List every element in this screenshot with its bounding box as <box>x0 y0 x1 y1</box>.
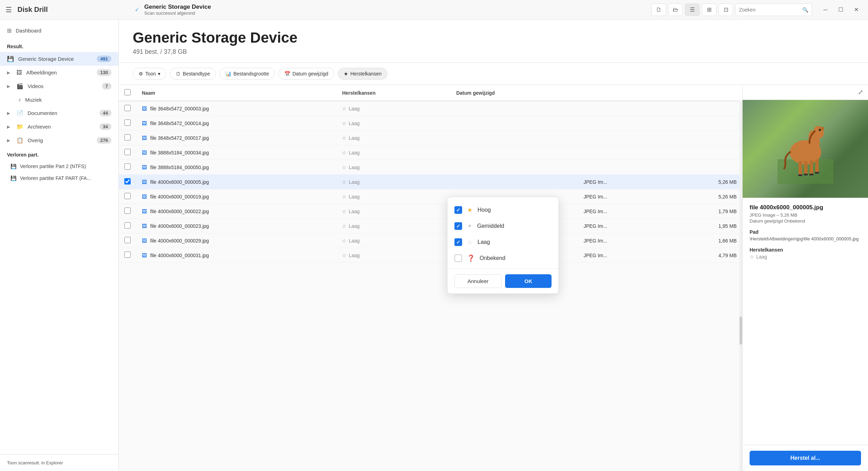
preview-info: file 4000x6000_000005.jpg JPEG Image – 5… <box>743 198 868 266</box>
file-icon: 🖼 <box>142 135 147 141</box>
row-checkbox[interactable] <box>124 149 131 155</box>
file-icon: 🖼 <box>142 121 147 126</box>
sidebar-item-part-fat[interactable]: 💾 Verloren partitie FAT PART (FA... <box>0 172 118 184</box>
dropdown-item-gemiddeld[interactable]: ✓ ✦ Gemiddeld <box>447 218 559 234</box>
file-view-btn[interactable]: 🗋 <box>651 3 666 16</box>
row-checkbox[interactable] <box>124 164 131 170</box>
datum-filter-btn[interactable]: 📅 Datum gewijzigd <box>278 68 334 80</box>
svg-rect-9 <box>815 159 819 173</box>
bestandsgrootte-filter-btn[interactable]: 📊 Bestandsgrootte <box>219 68 275 80</box>
file-icon: 🖼 <box>142 106 147 111</box>
hamburger-icon[interactable]: ☰ <box>6 6 12 14</box>
app-title: Disk Drill <box>17 6 48 14</box>
bestandtype-icon: 🗋 <box>176 71 181 77</box>
sidebar-item-afbeeldingen[interactable]: ▶ 🖼 Afbeeldingen 130 <box>0 66 118 79</box>
preview-footer: Herstel al... <box>743 445 868 471</box>
expand-arrow-archieven[interactable]: ▶ <box>7 124 10 129</box>
sidebar-item-part2-ntfs[interactable]: 💾 Verloren partitie Part 2 (NTFS) <box>0 160 118 172</box>
table-row[interactable]: 🖼file 3888x5184_000050.jpg ☆Laag <box>119 160 742 175</box>
grid-view-btn[interactable]: ⊞ <box>702 3 716 16</box>
herstelkansen-dropdown: ✓ ★ Hoog ✓ ✦ Gemiddeld <box>447 197 559 294</box>
table-row[interactable]: 🖼file 4000x6000_000023.jpg ☆Laag JPEG Im… <box>119 219 742 233</box>
minimize-btn[interactable]: ─ <box>819 5 832 15</box>
star-icon: ☆ <box>342 135 347 141</box>
row-checkbox[interactable] <box>124 105 131 111</box>
sidebar-item-documenten[interactable]: ▶ 📄 Documenten 44 <box>0 106 118 120</box>
table-row[interactable]: 🖼file 3888x5184_000034.jpg ☆Laag <box>119 145 742 160</box>
filter-bar: ⚙ Toon ▾ 🗋 Bestandtype 📊 Bestandsgrootte… <box>119 63 868 85</box>
table-row[interactable]: 🖼file 3648x5472_000014.jpg ☆Laag <box>119 116 742 131</box>
table-row-selected[interactable]: 🖼file 4000x6000_000005.jpg ☆Laag JPEG Im… <box>119 175 742 189</box>
checkbox-hoog[interactable]: ✓ <box>454 206 462 214</box>
bestandtype-filter-btn[interactable]: 🗋 Bestandtype <box>170 68 216 80</box>
expand-arrow-documenten[interactable]: ▶ <box>7 111 10 116</box>
table-row[interactable]: 🖼file 4000x6000_000019.jpg ☆Laag JPEG Im… <box>119 189 742 204</box>
table-row[interactable]: 🖼file 4000x6000_000022.jpg ☆Laag JPEG Im… <box>119 204 742 219</box>
table-row[interactable]: 🖼file 3648x5472_000003.jpg ☆Laag <box>119 101 742 116</box>
maximize-btn[interactable]: ☐ <box>834 5 847 15</box>
search-box: 🔍 <box>735 3 812 16</box>
dropdown-item-onbekend[interactable]: ❓ Onbekend <box>447 250 559 266</box>
sidebar-item-archieven[interactable]: ▶ 📁 Archieven 34 <box>0 120 118 133</box>
svg-rect-12 <box>809 174 814 175</box>
sidebar-label-videos: Videos <box>28 83 98 89</box>
table-header: Naam Herstelkansen Datum gewijzigd <box>119 85 742 101</box>
table-row[interactable]: 🖼file 4000x6000_000031.jpg ☆Laag JPEG Im… <box>119 248 742 263</box>
dropdown-item-hoog[interactable]: ✓ ★ Hoog <box>447 202 559 218</box>
file-icon: 🖼 <box>142 150 147 155</box>
row-checkbox[interactable] <box>124 178 131 184</box>
row-checkbox[interactable] <box>124 208 131 214</box>
expand-arrow-videos[interactable]: ▶ <box>7 84 10 89</box>
row-checkbox[interactable] <box>124 193 131 199</box>
overig-icon: 📋 <box>16 137 23 144</box>
checkbox-onbekend[interactable] <box>454 254 462 262</box>
sidebar-count-storage: 491 <box>97 56 111 62</box>
datum-icon: 📅 <box>284 71 290 77</box>
titlebar-controls: ─ ☐ ✕ <box>819 5 862 15</box>
dropdown-item-laag[interactable]: ✓ ☆ Laag <box>447 234 559 250</box>
table-row[interactable]: 🖼file 3648x5472_000017.jpg ☆Laag <box>119 131 742 145</box>
sidebar-footer[interactable]: Toon scanresult. in Explorer <box>0 454 118 471</box>
toon-filter-btn[interactable]: ⚙ Toon ▾ <box>133 68 166 80</box>
expand-arrow-afbeeldingen[interactable]: ▶ <box>7 70 10 75</box>
sidebar-item-muziek[interactable]: ♪ Muziek <box>0 93 118 106</box>
sidebar-item-videos[interactable]: ▶ 🎬 Videos 7 <box>0 79 118 93</box>
sidebar-label-overig: Overig <box>28 137 93 143</box>
scrollbar-thumb[interactable] <box>739 317 742 345</box>
star-icon: ☆ <box>342 253 347 258</box>
sidebar: ⊞ Dashboard Result. 💾 Generic Storage De… <box>0 20 119 471</box>
row-checkbox[interactable] <box>124 119 131 126</box>
sidebar-item-generic-storage[interactable]: 💾 Generic Storage Device 491 <box>0 52 118 66</box>
folder-view-btn[interactable]: 🗁 <box>668 3 683 16</box>
preview-expand-btn[interactable]: ⤢ <box>858 88 863 96</box>
list-view-btn[interactable]: ☰ <box>685 3 700 16</box>
split-view-btn[interactable]: ⊡ <box>719 3 733 16</box>
files-table: Naam Herstelkansen Datum gewijzigd 🖼file… <box>119 85 742 263</box>
checkbox-gemiddeld[interactable]: ✓ <box>454 222 462 230</box>
main-layout: ⊞ Dashboard Result. 💾 Generic Storage De… <box>0 20 868 471</box>
table-row[interactable]: 🖼file 4000x6000_000029.jpg ☆Laag JPEG Im… <box>119 233 742 248</box>
recover-all-btn[interactable]: Herstel al... <box>750 451 861 465</box>
dropdown-cancel-btn[interactable]: Annuleer <box>454 274 502 288</box>
checkbox-laag[interactable]: ✓ <box>454 238 462 246</box>
result-section-header: Result. <box>0 37 118 52</box>
select-all-checkbox[interactable] <box>124 89 131 95</box>
sidebar-label-afbeeldingen: Afbeeldingen <box>26 70 93 75</box>
search-input[interactable] <box>739 7 800 13</box>
dropdown-label-laag: Laag <box>477 239 490 245</box>
herstelkansen-filter-btn[interactable]: ★ Herstelkansen <box>338 68 388 80</box>
row-checkbox[interactable] <box>124 134 131 140</box>
sidebar-item-overig[interactable]: ▶ 📋 Overig 276 <box>0 133 118 147</box>
dropdown-ok-btn[interactable]: OK <box>505 274 552 288</box>
scrollbar-track[interactable] <box>739 85 742 471</box>
sidebar-item-dashboard[interactable]: ⊞ Dashboard <box>0 24 118 37</box>
titlebar-device: Generic Storage Device Scan succesvol af… <box>144 3 211 16</box>
row-checkbox[interactable] <box>124 222 131 229</box>
herstelkansen-icon: ★ <box>344 71 348 77</box>
row-checkbox[interactable] <box>124 237 131 243</box>
header-checkbox-cell <box>119 85 136 101</box>
expand-arrow-overig[interactable]: ▶ <box>7 138 10 143</box>
row-checkbox[interactable] <box>124 252 131 258</box>
close-btn[interactable]: ✕ <box>850 5 862 15</box>
svg-rect-10 <box>798 174 802 176</box>
